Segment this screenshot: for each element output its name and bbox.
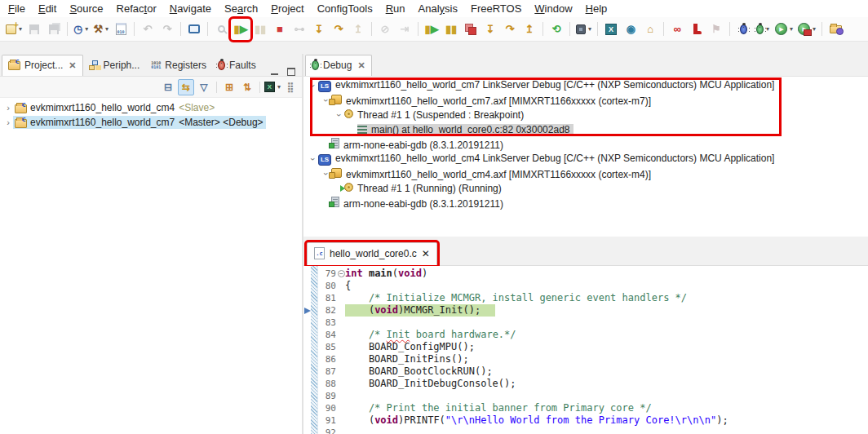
debug-tree-item[interactable]: ›Thread #1 1 (Suspended : Breakpoint)	[303, 108, 868, 122]
chevron-expanded-icon[interactable]: ›	[308, 81, 318, 91]
menu-refactor[interactable]: Refactor	[110, 0, 163, 17]
new-icon	[6, 24, 16, 34]
console-button[interactable]	[185, 20, 203, 39]
binary-utilities-button[interactable]: 010	[112, 20, 130, 39]
terminate-all-button[interactable]	[462, 20, 480, 39]
tab-debug[interactable]: Debug ✕	[305, 55, 372, 76]
tab-faults[interactable]: Faults	[212, 55, 262, 76]
link-button[interactable]: ∞	[668, 20, 686, 39]
line-number: 81	[318, 292, 336, 304]
code-line[interactable]: 86 BOARD_InitPins();	[303, 353, 868, 365]
step-over-all-button[interactable]: ↷	[501, 20, 519, 39]
collapse-all-button[interactable]: ⊟	[160, 79, 176, 95]
tab-project[interactable]: Project...✕	[2, 55, 83, 76]
code-line[interactable]: 91 (void)PRINTF("\r\nHello World from th…	[303, 414, 868, 427]
code-line[interactable]: 81 /* Initialize MCMGR, install generic …	[303, 292, 868, 304]
debug-tree-item[interactable]: arm-none-eabi-gdb (8.3.1.20191211)	[303, 196, 868, 210]
project-name: evkmimxrt1160_hello_world_cm7	[30, 117, 175, 128]
menu-search[interactable]: Search	[218, 0, 264, 17]
debug-tree-item[interactable]: ›LSevkmimxrt1160_hello_world_cm7 LinkSer…	[303, 78, 868, 93]
fold-collapse-icon[interactable]: −	[338, 270, 345, 277]
tab-periph[interactable]: Periph...	[83, 55, 146, 76]
resume-all-button[interactable]: ▮▶	[423, 20, 441, 39]
step-over-button[interactable]: ↷	[330, 20, 348, 39]
chevron-right-icon[interactable]: ›	[3, 103, 13, 113]
debug-tree-item[interactable]: ›evkmimxrt1160_hello_world_cm7.axf [MIMX…	[303, 93, 868, 108]
new-button[interactable]: ▾	[4, 20, 24, 39]
menu-edit[interactable]: Edit	[32, 0, 63, 17]
line-number: 86	[318, 353, 336, 365]
menu-navigate[interactable]: Navigate	[163, 0, 218, 17]
menu-project[interactable]: Project	[264, 0, 310, 17]
ide-wizard-button[interactable]: ◷▾	[72, 20, 90, 39]
code-line[interactable]: 89	[303, 390, 868, 402]
debug-tree-item[interactable]: ›evkmimxrt1160_hello_world_cm4.axf [MIMX…	[303, 166, 868, 181]
c-file-icon	[314, 247, 325, 259]
debug-tree-item[interactable]: ›LSevkmimxrt1160_hello_world_cm4 LinkSer…	[303, 152, 868, 166]
profile-button[interactable]: ▾	[796, 20, 817, 39]
debug-attach-icon	[740, 24, 747, 34]
tab-hello-world-core0[interactable]: hello_world_core0.c ✕	[307, 242, 437, 265]
tab-registers[interactable]: 10100101Registers	[145, 55, 212, 76]
maximize-icon[interactable]	[287, 68, 295, 76]
code-line[interactable]: 85 BOARD_ConfigMPU();	[303, 341, 868, 353]
build-button[interactable]: ⚒▾	[91, 20, 110, 39]
chip-button[interactable]: ▾	[574, 20, 593, 39]
stop-button[interactable]: ■	[271, 20, 289, 39]
project-tree-item[interactable]: ›evkmimxrt1160_hello_world_cm7<Master> <…	[0, 115, 302, 130]
view-menu-button[interactable]: ⣿	[282, 79, 299, 95]
menu-help[interactable]: Help	[579, 0, 614, 17]
build-icon: ⚒	[93, 24, 103, 34]
minimize-icon[interactable]	[270, 68, 279, 76]
project-tree-item[interactable]: ›evkmimxrt1160_hello_world_cm4<Slave>	[0, 100, 302, 115]
menu-source[interactable]: Source	[63, 0, 109, 17]
xpresso-tool-button[interactable]: X▾	[264, 79, 281, 95]
code-line[interactable]: 92	[303, 427, 868, 434]
home-button[interactable]: ⌂	[641, 20, 659, 39]
link-with-editor-button[interactable]: ⇆	[178, 79, 194, 95]
sync-button[interactable]: ⇅	[239, 79, 255, 95]
xpresso-button[interactable]: X	[602, 20, 620, 39]
menu-run[interactable]: Run	[379, 0, 412, 17]
step-return-all-button[interactable]: ↥	[520, 20, 538, 39]
debug-tree-item[interactable]: arm-none-eabi-gdb (8.3.1.20191211)	[303, 137, 868, 152]
chevron-expanded-icon[interactable]: ›	[334, 110, 344, 120]
code-line[interactable]: 83	[303, 317, 868, 329]
debug-tree-item[interactable]: main() at hello_world_core0.c:82 0x30002…	[303, 122, 868, 137]
open-element-button[interactable]	[826, 20, 844, 39]
step-into-button[interactable]: ↧	[310, 20, 328, 39]
periph-icon	[89, 60, 100, 70]
suspend-all-button[interactable]: ▮▮	[442, 20, 460, 39]
code-line[interactable]: 80{	[303, 280, 868, 292]
debug-button[interactable]: ▾	[754, 20, 772, 39]
debug-tree-item[interactable]: Thread #1 1 (Running) (Running)	[303, 181, 868, 196]
menu-file[interactable]: File	[2, 0, 32, 17]
close-icon[interactable]: ✕	[69, 60, 76, 71]
close-icon[interactable]: ✕	[357, 60, 365, 71]
run-button[interactable]: ▾	[773, 20, 795, 39]
code-line[interactable]: 88 BOARD_InitDebugConsole();	[303, 378, 868, 390]
resume-button[interactable]: ▮▶	[232, 20, 250, 39]
toolbar-separator	[663, 22, 664, 36]
menu-analysis[interactable]: Analysis	[412, 0, 464, 17]
code-line[interactable]: 87 BOARD_BootClockRUN();	[303, 365, 868, 378]
code-line[interactable]: 79−int main(void)	[303, 268, 868, 280]
close-icon[interactable]: ✕	[422, 248, 430, 259]
menu-configtools[interactable]: ConfigTools	[311, 0, 379, 17]
code-line[interactable]: 82 (void)MCMGR_Init();	[303, 304, 868, 317]
menu-window[interactable]: Window	[528, 0, 578, 17]
plan-grid-button[interactable]: ⊞	[221, 79, 237, 95]
menu-freertos[interactable]: FreeRTOS	[464, 0, 528, 17]
debug-attach-button[interactable]	[734, 20, 752, 39]
chevron-right-icon[interactable]: ›	[3, 117, 13, 127]
chevron-expanded-icon[interactable]: ›	[308, 154, 318, 164]
code-line[interactable]: 84 /* Init board hardware.*/	[303, 329, 868, 341]
globe-button[interactable]: ◉	[622, 20, 640, 39]
code-line[interactable]: 90 /* Print the initial banner from Prim…	[303, 402, 868, 414]
filter-button[interactable]: ▽	[196, 79, 212, 95]
editor-range-indicator	[311, 266, 318, 434]
code-editor[interactable]: 79−int main(void)80{81 /* Initialize MCM…	[303, 266, 868, 434]
restart-button[interactable]: ⟲	[547, 20, 565, 39]
step-into-all-button[interactable]: ↧	[481, 20, 499, 39]
boot-button[interactable]	[688, 20, 706, 39]
